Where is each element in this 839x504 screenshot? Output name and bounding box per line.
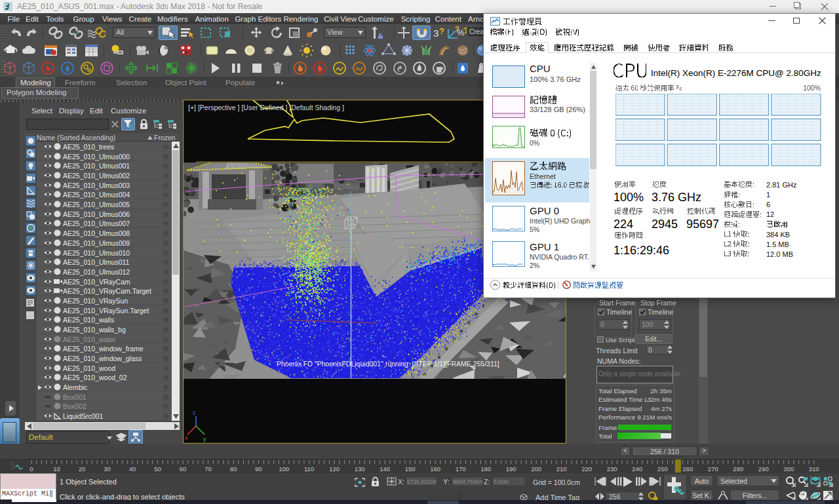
svg-text:x: x <box>185 435 188 441</box>
svg-text:50: 50 <box>154 465 161 473</box>
svg-text:100: 100 <box>279 465 289 473</box>
svg-text:80: 80 <box>230 465 237 473</box>
svg-text:10: 10 <box>53 465 60 473</box>
svg-text:310: 310 <box>809 465 819 473</box>
svg-text:270: 270 <box>708 465 718 473</box>
svg-text:140: 140 <box>380 465 390 473</box>
svg-text:250: 250 <box>657 465 668 473</box>
svg-text:z: z <box>193 410 196 416</box>
svg-text:240: 240 <box>632 465 642 473</box>
svg-text:150: 150 <box>405 465 416 473</box>
svg-text:190: 190 <box>506 465 517 473</box>
svg-text:90: 90 <box>255 465 262 473</box>
svg-text:230: 230 <box>607 465 617 473</box>
svg-text:200: 200 <box>531 465 541 473</box>
svg-text:Phoenix FD "PhoenixFDLiquid001: Phoenix FD "PhoenixFDLiquid001" running:… <box>277 360 499 368</box>
svg-text:160: 160 <box>430 465 440 473</box>
svg-text:280: 280 <box>733 465 743 473</box>
svg-text:170: 170 <box>456 465 466 473</box>
svg-text:260: 260 <box>682 465 693 473</box>
svg-text:y: y <box>203 436 206 442</box>
svg-text:[+] [Perspective ] [User Defin: [+] [Perspective ] [User Defined ] [Defa… <box>188 104 344 111</box>
svg-text:290: 290 <box>758 465 769 473</box>
svg-text:0: 0 <box>29 465 33 473</box>
svg-text:220: 220 <box>581 465 592 473</box>
svg-text:180: 180 <box>480 465 491 473</box>
svg-text:30: 30 <box>104 465 111 473</box>
svg-text:40: 40 <box>129 465 136 473</box>
svg-text:210: 210 <box>556 465 567 473</box>
svg-text:300: 300 <box>783 465 794 473</box>
svg-text:60: 60 <box>180 465 187 473</box>
svg-text:70: 70 <box>205 465 212 473</box>
svg-text:20: 20 <box>79 465 86 473</box>
svg-text:130: 130 <box>355 465 365 473</box>
svg-text:120: 120 <box>329 465 340 473</box>
svg-text:110: 110 <box>304 465 314 473</box>
